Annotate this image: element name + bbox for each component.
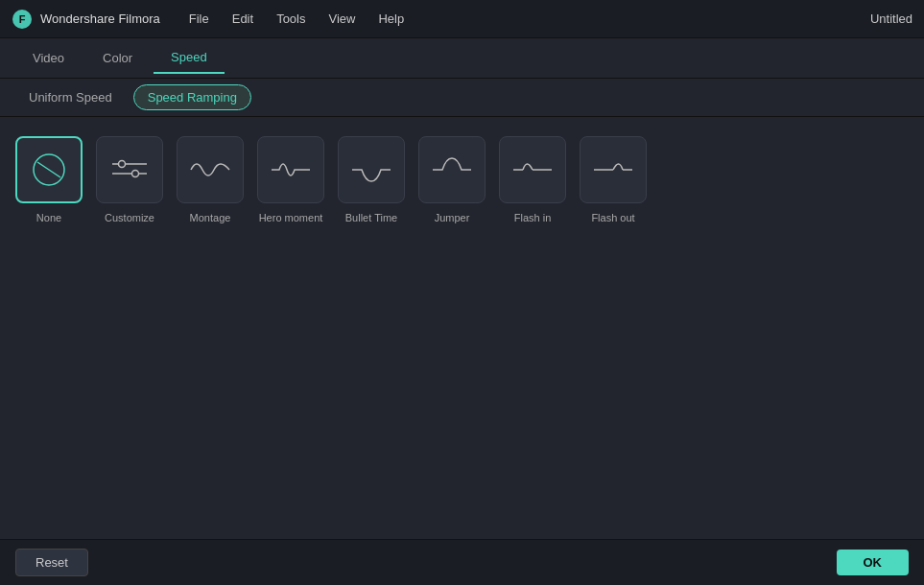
preset-customize[interactable]: Customize: [96, 136, 163, 224]
preset-label-jumper: Jumper: [435, 211, 470, 224]
preset-none[interactable]: None: [15, 136, 83, 224]
tab-color[interactable]: Color: [85, 43, 150, 73]
preset-card-none[interactable]: [15, 136, 83, 203]
window-title: Untitled: [870, 12, 912, 26]
svg-point-6: [119, 161, 126, 168]
menu-tools[interactable]: Tools: [267, 8, 315, 30]
titlebar: F Wondershare Filmora File Edit Tools Vi…: [0, 0, 924, 38]
preset-flash-out[interactable]: Flash out: [580, 136, 647, 224]
preset-card-flash-out[interactable]: [580, 136, 647, 203]
ok-button[interactable]: OK: [837, 550, 910, 575]
main-content: None Customize Montage: [0, 117, 924, 539]
preset-label-bullet: Bullet Time: [345, 211, 397, 224]
preset-card-customize[interactable]: [96, 136, 163, 203]
flash-in-icon: [509, 151, 556, 189]
preset-hero-moment[interactable]: Hero moment: [257, 136, 324, 224]
menu-file[interactable]: File: [179, 8, 219, 30]
reset-button[interactable]: Reset: [15, 549, 88, 576]
preset-card-jumper[interactable]: [418, 136, 486, 203]
jumper-icon: [429, 151, 475, 189]
preset-label-montage: Montage: [190, 211, 231, 224]
subtab-bar: Uniform Speed Speed Ramping: [0, 79, 924, 117]
customize-icon: [107, 151, 153, 189]
preset-label-customize: Customize: [105, 211, 154, 224]
subtab-speed-ramping[interactable]: Speed Ramping: [133, 84, 251, 110]
preset-card-flash-in[interactable]: [499, 136, 566, 203]
preset-label-flash-out: Flash out: [591, 211, 634, 224]
preset-jumper[interactable]: Jumper: [418, 136, 486, 224]
menu-view[interactable]: View: [319, 8, 365, 30]
preset-montage[interactable]: Montage: [177, 136, 244, 224]
menu-help[interactable]: Help: [368, 8, 414, 30]
svg-line-3: [37, 162, 60, 177]
preset-card-bullet[interactable]: [338, 136, 405, 203]
svg-text:F: F: [19, 13, 26, 25]
svg-point-7: [132, 171, 139, 177]
bullet-icon: [348, 151, 394, 189]
menu-bar: File Edit Tools View Help: [179, 8, 870, 30]
preset-label-hero: Hero moment: [259, 211, 323, 224]
subtab-uniform-speed[interactable]: Uniform Speed: [15, 85, 126, 109]
preset-bullet-time[interactable]: Bullet Time: [338, 136, 405, 224]
tab-bar: Video Color Speed: [0, 38, 924, 79]
presets-row: None Customize Montage: [15, 136, 909, 224]
flash-out-icon: [590, 151, 636, 189]
montage-icon: [187, 151, 233, 189]
preset-card-hero[interactable]: [257, 136, 324, 203]
preset-card-montage[interactable]: [177, 136, 244, 203]
app-name: Wondershare Filmora: [40, 12, 160, 26]
preset-flash-in[interactable]: Flash in: [499, 136, 566, 224]
preset-label-none: None: [36, 211, 61, 224]
preset-label-flash-in: Flash in: [514, 211, 552, 224]
hero-icon: [268, 151, 314, 189]
tab-speed[interactable]: Speed: [154, 42, 225, 74]
tab-video[interactable]: Video: [15, 43, 82, 73]
none-icon: [26, 151, 72, 189]
app-logo: F Wondershare Filmora: [12, 9, 160, 30]
bottom-bar: Reset OK: [0, 539, 924, 585]
menu-edit[interactable]: Edit: [223, 8, 263, 30]
filmora-logo-icon: F: [12, 9, 33, 30]
